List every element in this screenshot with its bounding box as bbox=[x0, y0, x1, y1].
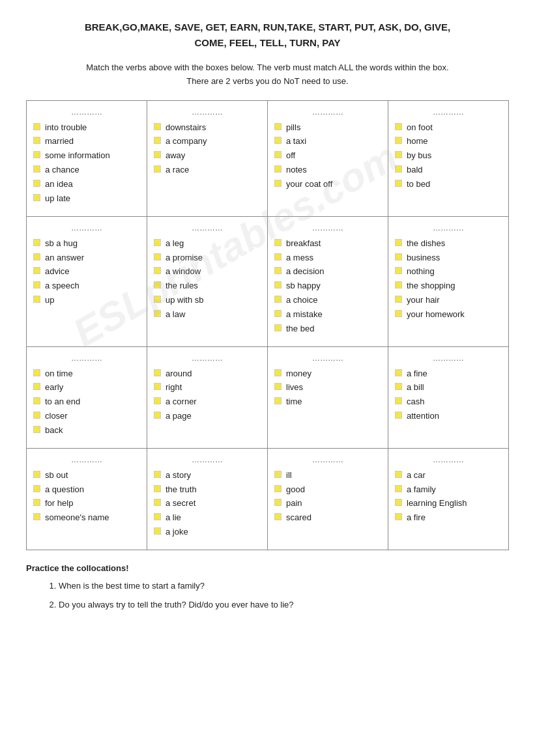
grid-row-4: ………… sb out a question for help someone'… bbox=[27, 448, 509, 550]
cell-placeholder: ………… bbox=[154, 223, 261, 232]
list-item: to an end bbox=[33, 396, 140, 408]
list-item: a race bbox=[154, 164, 261, 176]
bullet-icon bbox=[154, 397, 161, 404]
bullet-icon bbox=[395, 165, 402, 173]
list-item: a leg bbox=[154, 238, 261, 250]
list-item: the bed bbox=[274, 323, 381, 335]
bullet-icon bbox=[274, 296, 282, 303]
bullet-icon bbox=[33, 296, 40, 303]
cell-placeholder: ………… bbox=[395, 223, 502, 232]
list-item: money bbox=[274, 368, 381, 380]
cell-placeholder: ………… bbox=[154, 455, 261, 464]
list-item: a question bbox=[33, 484, 140, 496]
bullet-icon bbox=[395, 383, 402, 390]
bullet-icon bbox=[154, 369, 161, 376]
list-item: bald bbox=[395, 164, 502, 176]
bullet-icon bbox=[395, 499, 402, 506]
bullet-icon bbox=[274, 239, 282, 246]
practice-title: Practice the collocations! bbox=[26, 563, 509, 573]
cell-2-4: ………… the dishes business nothing the sho… bbox=[388, 216, 509, 346]
list-item: for help bbox=[33, 497, 140, 510]
bullet-icon bbox=[395, 123, 402, 130]
bullet-icon bbox=[33, 165, 40, 173]
list-item: learning English bbox=[395, 497, 502, 510]
bullet-icon bbox=[33, 123, 40, 130]
list-item: lives bbox=[274, 382, 381, 394]
bullet-icon bbox=[33, 253, 40, 260]
cell-2-2: ………… a leg a promise a window the rules … bbox=[147, 216, 268, 346]
list-item: an answer bbox=[33, 252, 140, 264]
list-item: a lie bbox=[154, 512, 261, 524]
list-item: a story bbox=[154, 469, 261, 482]
list-item: someone's name bbox=[33, 512, 140, 524]
cell-3-2: ………… around right a corner a page bbox=[147, 346, 268, 448]
cell-placeholder: ………… bbox=[395, 455, 502, 464]
bullet-icon bbox=[395, 137, 402, 144]
list-item: sb out bbox=[33, 469, 140, 482]
list-item: notes bbox=[274, 164, 381, 176]
cell-4-4: ………… a car a family learning English a f… bbox=[388, 448, 509, 550]
list-item: cash bbox=[395, 396, 502, 408]
list-item: a mistake bbox=[274, 309, 381, 321]
bullet-icon bbox=[395, 471, 402, 478]
cell-placeholder: ………… bbox=[395, 107, 502, 117]
bullet-icon bbox=[154, 123, 161, 130]
list-item: nothing bbox=[395, 266, 502, 278]
bullet-icon bbox=[274, 137, 282, 144]
bullet-icon bbox=[154, 527, 161, 535]
bullet-icon bbox=[33, 194, 40, 201]
bullet-icon bbox=[274, 310, 282, 317]
bullet-icon bbox=[154, 513, 161, 520]
list-item: right bbox=[154, 382, 261, 394]
bullet-icon bbox=[154, 296, 161, 303]
bullet-icon bbox=[395, 296, 402, 303]
bullet-icon bbox=[274, 123, 282, 130]
list-item: a choice bbox=[274, 294, 381, 307]
list-item: a decision bbox=[274, 266, 381, 278]
list-item: time bbox=[274, 396, 381, 408]
cell-placeholder: ………… bbox=[395, 354, 502, 363]
bullet-icon bbox=[33, 137, 40, 144]
list-item: your hair bbox=[395, 294, 502, 307]
bullet-icon bbox=[33, 412, 40, 419]
list-item: a car bbox=[395, 469, 502, 482]
practice-section: Practice the collocations! When is the b… bbox=[26, 563, 509, 612]
list-item: pain bbox=[274, 497, 381, 510]
list-item: a window bbox=[154, 266, 261, 278]
instructions: Match the verbs above with the boxes bel… bbox=[26, 61, 509, 89]
cell-placeholder: ………… bbox=[154, 107, 261, 117]
bullet-icon bbox=[274, 253, 282, 260]
list-item: into trouble bbox=[33, 122, 140, 134]
bullet-icon bbox=[274, 513, 282, 520]
list-item: married bbox=[33, 135, 140, 148]
cell-placeholder: ………… bbox=[274, 223, 381, 232]
list-item: advice bbox=[33, 266, 140, 278]
list-item: early bbox=[33, 382, 140, 394]
bullet-icon bbox=[395, 369, 402, 376]
page-title: BREAK,GO,MAKE, SAVE, GET, EARN, RUN,TAKE… bbox=[26, 20, 509, 51]
bullet-icon bbox=[33, 151, 40, 158]
bullet-icon bbox=[274, 281, 282, 288]
grid-row-2: ………… sb a hug an answer advice a speech … bbox=[27, 216, 509, 346]
bullet-icon bbox=[274, 369, 282, 376]
cell-placeholder: ………… bbox=[274, 354, 381, 363]
bullet-icon bbox=[33, 513, 40, 520]
bullet-icon bbox=[154, 239, 161, 246]
cell-placeholder: ………… bbox=[154, 354, 261, 363]
bullet-icon bbox=[154, 151, 161, 158]
cell-1-4: ………… on foot home by bus bald to bed bbox=[388, 100, 509, 216]
cell-3-4: ………… a fine a bill cash attention bbox=[388, 346, 509, 448]
list-item: good bbox=[274, 484, 381, 496]
list-item: closer bbox=[33, 410, 140, 423]
bullet-icon bbox=[154, 485, 161, 492]
list-item: a bill bbox=[395, 382, 502, 394]
list-item: a secret bbox=[154, 497, 261, 510]
cell-1-1: ………… into trouble married some informati… bbox=[27, 100, 147, 216]
bullet-icon bbox=[33, 471, 40, 478]
list-item: a promise bbox=[154, 252, 261, 264]
list-item: a taxi bbox=[274, 135, 381, 148]
bullet-icon bbox=[154, 165, 161, 173]
list-item: business bbox=[395, 252, 502, 264]
list-item: a chance bbox=[33, 164, 140, 176]
cell-3-1: ………… on time early to an end closer back bbox=[27, 346, 147, 448]
